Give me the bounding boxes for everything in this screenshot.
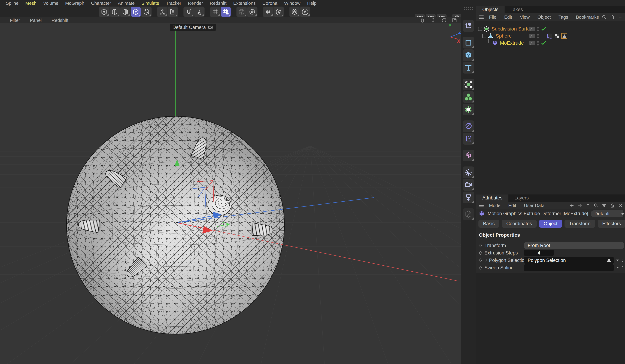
tab-takes[interactable]: Takes: [504, 6, 529, 13]
light-tool-button[interactable]: [463, 166, 474, 178]
objects-menu-bookmarks[interactable]: Bookmarks: [573, 14, 602, 20]
polygons-mode-button[interactable]: [120, 7, 130, 17]
tab-attributes[interactable]: Attributes: [476, 194, 508, 202]
preset-dropdown[interactable]: Default: [591, 211, 623, 217]
annotate-button[interactable]: [300, 7, 310, 17]
menubar-item-render[interactable]: Render: [185, 0, 206, 6]
visibility-dots[interactable]: [537, 41, 539, 46]
volume-tool-button[interactable]: [463, 91, 474, 103]
objects-menu-view[interactable]: View: [517, 14, 533, 20]
objects-menu-object[interactable]: Object: [534, 14, 554, 20]
menubar-item-spline[interactable]: Spline: [2, 0, 22, 6]
material-edit-tool-button[interactable]: [463, 208, 474, 220]
menubar-item-window[interactable]: Window: [281, 0, 304, 6]
link-chevron-icon[interactable]: [616, 260, 619, 261]
menubar-item-redshift[interactable]: Redshift: [206, 0, 230, 6]
menubar-item-character[interactable]: Character: [88, 0, 114, 6]
viewport-menu-panel[interactable]: Panel: [25, 17, 47, 24]
attributes-menu-mode[interactable]: Mode: [486, 202, 504, 209]
enable-toggle[interactable]: [529, 34, 535, 38]
pick-arrow-icon[interactable]: [621, 265, 623, 270]
target-circles-button[interactable]: [237, 7, 247, 17]
menubar-item-extensions[interactable]: Extensions: [230, 0, 259, 6]
attributes-menu-edit[interactable]: Edit: [505, 202, 519, 209]
arrow-left-button[interactable]: [569, 203, 575, 208]
menubar-item-animate[interactable]: Animate: [114, 0, 138, 6]
object-label-moextrude[interactable]: MoExtrude: [500, 40, 524, 46]
section-tab-coordinates[interactable]: Coordinates: [502, 220, 537, 228]
menubar-item-help[interactable]: Help: [304, 0, 320, 6]
keyframe-diamond-icon[interactable]: [478, 265, 483, 270]
arrow-up-button[interactable]: [585, 203, 591, 208]
instance-tool-button[interactable]: [463, 150, 474, 161]
menubar-item-volume[interactable]: Volume: [40, 0, 62, 6]
coordinate-system-button[interactable]: [157, 7, 167, 17]
polygon-selection-link-field[interactable]: Polygon Selection: [524, 257, 614, 264]
stage-tool-button[interactable]: [463, 191, 474, 203]
field-tool-button[interactable]: [463, 133, 474, 145]
sweep-spline-link-field[interactable]: [524, 264, 614, 271]
keyframe-diamond-icon[interactable]: [478, 243, 483, 248]
orbit-button[interactable]: [440, 17, 448, 23]
viewport-menu-filter[interactable]: Filter: [5, 17, 25, 24]
objects-menu-file[interactable]: File: [486, 14, 500, 20]
3d-viewport[interactable]: Y Z X Default Camera: [0, 23, 461, 364]
expander-collapse[interactable]: [478, 27, 482, 31]
snap-magnet-button[interactable]: [184, 7, 194, 17]
snap-settings-button[interactable]: [194, 7, 204, 17]
object-label-subdivision-surface[interactable]: Subdivision Surface: [492, 26, 535, 32]
search-button[interactable]: [601, 14, 607, 20]
section-tab-basic[interactable]: Basic: [478, 220, 499, 228]
section-tab-transform[interactable]: Transform: [564, 220, 595, 228]
objects-menu-tags[interactable]: Tags: [555, 14, 571, 20]
texture-tag[interactable]: [554, 33, 560, 39]
keyframe-diamond-icon[interactable]: [478, 251, 483, 255]
grid-quantize-button[interactable]: [210, 7, 220, 17]
disclosure-icon[interactable]: [484, 258, 488, 262]
search-button[interactable]: [593, 203, 599, 208]
pan-hand-button[interactable]: [419, 17, 426, 23]
strip-drag-handle[interactable]: [464, 6, 473, 10]
rectangle-spline-tool-button[interactable]: [463, 37, 474, 49]
tree-row-subdivision-surface[interactable]: Subdivision Surface: [476, 25, 625, 32]
phong-tag[interactable]: [547, 33, 553, 39]
filter-button[interactable]: [601, 203, 607, 208]
menubar-item-mesh[interactable]: Mesh: [22, 0, 40, 6]
hamburger-icon[interactable]: [478, 14, 484, 20]
workplane-button[interactable]: [168, 7, 178, 17]
polygon-selection-tag[interactable]: [561, 33, 567, 39]
extrusion-steps-input[interactable]: 4: [524, 250, 554, 256]
tree-row-sphere[interactable]: Sphere: [476, 32, 625, 39]
pick-arrow-icon[interactable]: [621, 258, 623, 263]
target-button[interactable]: [618, 203, 623, 208]
object-label-sphere[interactable]: Sphere: [496, 33, 512, 39]
visibility-dots[interactable]: [537, 34, 539, 38]
quantize-lock-button[interactable]: [221, 7, 231, 17]
mograph-cloner-tool-button[interactable]: [463, 104, 474, 115]
enable-toggle[interactable]: [529, 27, 535, 31]
menubar-item-tracker[interactable]: Tracker: [163, 0, 185, 6]
model-mode-button[interactable]: [131, 7, 141, 17]
dolly-button[interactable]: [429, 17, 437, 23]
objects-menu-edit[interactable]: Edit: [501, 14, 515, 20]
attributes-menu-user-data[interactable]: User Data: [521, 202, 548, 209]
camera-label[interactable]: Default Camera: [170, 24, 216, 31]
camera-tool-button[interactable]: [463, 179, 474, 191]
bend-deformer-tool-button[interactable]: [463, 121, 474, 132]
text-tool-button[interactable]: [463, 62, 474, 74]
link-chevron-icon[interactable]: [616, 267, 619, 269]
section-tab-object[interactable]: Object: [539, 220, 562, 228]
viewport-menu-redshift[interactable]: Redshift: [47, 17, 73, 24]
visibility-dots[interactable]: [537, 27, 539, 31]
layout-toggle-button[interactable]: [450, 17, 458, 23]
cube-primitive-tool-button[interactable]: [463, 49, 474, 61]
tab-layers[interactable]: Layers: [508, 194, 535, 202]
expander-collapse[interactable]: [482, 34, 486, 38]
move-tool-button[interactable]: [463, 20, 474, 32]
transform-dropdown[interactable]: From Root: [524, 242, 624, 249]
section-tab-effectors[interactable]: Effectors: [598, 220, 625, 228]
hex-target-button[interactable]: [290, 7, 299, 17]
edges-mode-button[interactable]: [110, 7, 120, 17]
subdivision-surface-tool-button[interactable]: [463, 79, 474, 90]
filter-button[interactable]: [618, 14, 623, 20]
